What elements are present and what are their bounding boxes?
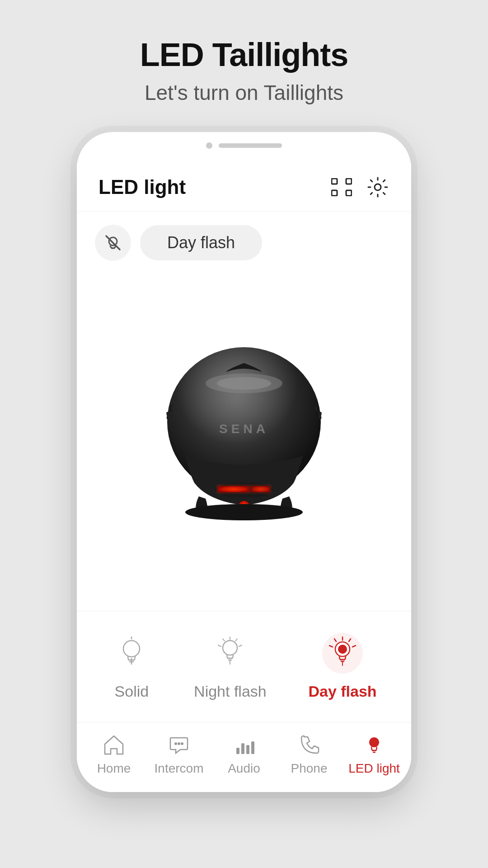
home-icon <box>101 733 127 757</box>
phone-frame: LED light <box>77 132 411 792</box>
nav-intercom[interactable]: Intercom <box>146 733 211 776</box>
light-off-button[interactable] <box>95 225 131 261</box>
page-title: LED Taillights <box>140 36 348 73</box>
led-light-icon <box>361 733 387 757</box>
svg-point-20 <box>123 641 140 657</box>
svg-point-40 <box>338 645 347 654</box>
svg-text:SENA: SENA <box>219 422 269 436</box>
day-flash-label: Day flash <box>308 683 376 700</box>
svg-line-38 <box>334 639 336 642</box>
night-flash-icon <box>210 633 250 674</box>
svg-line-28 <box>218 645 221 646</box>
nav-phone[interactable]: Phone <box>277 733 342 776</box>
svg-rect-16 <box>249 484 272 494</box>
bottom-nav: Home Intercom <box>77 722 411 792</box>
svg-line-37 <box>329 646 333 647</box>
mode-selector: Day flash <box>77 212 411 274</box>
nav-home-label: Home <box>97 761 131 776</box>
svg-rect-0 <box>332 179 337 184</box>
svg-line-35 <box>349 639 351 642</box>
intercom-icon <box>166 733 192 757</box>
page-subtitle: Let's turn on Taillights <box>140 80 348 105</box>
svg-rect-47 <box>236 748 239 754</box>
svg-rect-15 <box>216 484 251 494</box>
settings-icon[interactable] <box>366 175 389 199</box>
solid-icon <box>111 633 152 674</box>
nav-home[interactable]: Home <box>81 733 146 776</box>
page-header: LED Taillights Let's turn on Taillights <box>140 36 348 105</box>
header-icons <box>330 175 389 199</box>
mode-solid[interactable]: Solid <box>111 633 152 700</box>
night-flash-label: Night flash <box>194 683 267 700</box>
svg-point-30 <box>223 641 237 655</box>
phone-notch <box>77 132 411 159</box>
svg-point-51 <box>369 737 379 747</box>
svg-line-29 <box>223 639 225 641</box>
svg-point-45 <box>178 742 180 745</box>
nav-led-label: LED light <box>348 761 400 776</box>
svg-line-26 <box>235 639 237 641</box>
day-flash-icon-bg <box>322 633 363 674</box>
scan-icon[interactable] <box>330 175 353 199</box>
notch-camera <box>206 142 212 149</box>
notch-speaker <box>219 143 282 148</box>
mode-options: Solid <box>77 611 411 722</box>
svg-rect-50 <box>251 741 254 754</box>
svg-point-6 <box>109 237 117 245</box>
mode-night-flash[interactable]: Night flash <box>194 633 267 700</box>
svg-rect-48 <box>241 743 244 754</box>
svg-point-4 <box>375 184 381 190</box>
svg-rect-3 <box>346 190 352 196</box>
helmet-image: SENA <box>149 338 339 537</box>
audio-icon <box>231 733 257 757</box>
svg-rect-1 <box>346 179 352 184</box>
svg-line-27 <box>239 645 242 646</box>
phone-icon <box>296 733 322 757</box>
day-flash-pill[interactable]: Day flash <box>140 225 262 260</box>
helmet-area: SENA <box>77 274 411 611</box>
svg-point-19 <box>185 504 303 520</box>
app-screen: LED light <box>77 159 411 792</box>
nav-audio[interactable]: Audio <box>211 733 277 776</box>
svg-rect-2 <box>332 190 337 196</box>
svg-line-36 <box>352 646 356 647</box>
nav-phone-label: Phone <box>291 761 328 776</box>
svg-point-44 <box>174 742 177 745</box>
solid-label: Solid <box>115 683 149 700</box>
nav-audio-label: Audio <box>228 761 260 776</box>
nav-led-light[interactable]: LED light <box>342 733 407 776</box>
mode-day-flash[interactable]: Day flash <box>308 633 376 700</box>
svg-point-46 <box>181 742 183 745</box>
app-title: LED light <box>99 176 186 198</box>
app-header: LED light <box>77 159 411 212</box>
svg-rect-49 <box>246 745 249 754</box>
nav-intercom-label: Intercom <box>155 761 204 776</box>
